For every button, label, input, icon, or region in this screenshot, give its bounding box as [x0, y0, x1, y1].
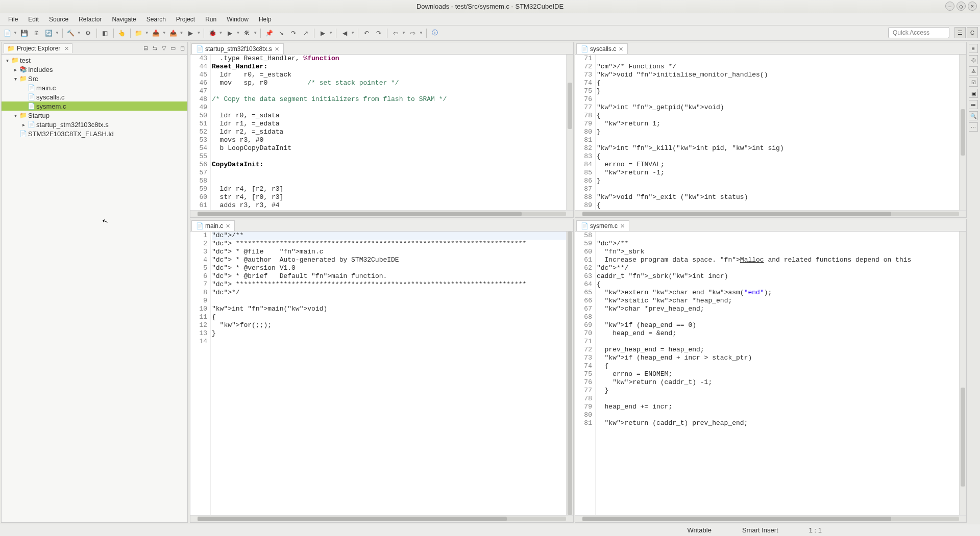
vertical-scrollbar[interactable] [959, 232, 966, 515]
collapse-all-icon[interactable]: ⊟ [141, 44, 150, 53]
close-icon[interactable]: ✕ [275, 46, 279, 53]
problems-view-icon[interactable]: ⚠ [969, 66, 978, 75]
build-targets-icon[interactable]: ◎ [969, 55, 978, 64]
horizontal-scrollbar[interactable] [198, 517, 566, 521]
open-perspective-icon[interactable]: ☰ [954, 27, 966, 38]
close-icon[interactable]: ✕ [226, 223, 230, 229]
resume-icon[interactable]: ▶ [317, 28, 328, 38]
vertical-scrollbar[interactable] [566, 232, 573, 515]
nav-forward-icon[interactable]: ⇨ [408, 28, 418, 38]
link-editor-icon[interactable]: ⇆ [151, 44, 159, 53]
menu-navigate[interactable]: Navigate [107, 14, 141, 24]
horizontal-scrollbar[interactable] [198, 212, 566, 216]
window-title: Downloads - test/Src/sysmem.c - STM32Cub… [416, 3, 564, 10]
view-menu-icon[interactable]: ▽ [160, 44, 168, 53]
menu-project[interactable]: Project [171, 14, 200, 24]
file-startup-s[interactable]: ▸📄startup_stm32f103c8tx.s [2, 120, 187, 129]
file-icon: 📄 [581, 222, 589, 229]
maximize-view-icon[interactable]: ◻ [178, 44, 186, 53]
src-folder[interactable]: ▾📁Src [2, 74, 187, 83]
quick-access-field[interactable]: Quick Access [888, 27, 949, 38]
menu-refactor[interactable]: Refactor [74, 14, 107, 24]
project-explorer-tab[interactable]: 📁 Project Explorer ✕ [4, 43, 72, 53]
editor-tab[interactable]: 📄sysmem.c✕ [576, 220, 629, 231]
config-icon[interactable]: ⚙ [83, 28, 93, 38]
includes-folder[interactable]: ▸📚Includes [2, 65, 187, 74]
code-content[interactable]: "dc">/** "fn">_sbrk Increase program dat… [596, 232, 959, 515]
editor-tab-label: sysmem.c [590, 222, 618, 229]
vertical-scrollbar[interactable] [959, 55, 966, 210]
tree-item-label: Includes [28, 66, 53, 73]
search-view-icon[interactable]: 🔍 [969, 111, 978, 120]
other-view-icon[interactable]: ⋯ [969, 122, 978, 132]
close-icon[interactable]: ✕ [619, 46, 623, 53]
horizontal-scrollbar[interactable] [582, 212, 959, 216]
code-content[interactable]: "cm">/* Functions */"kw">void "fn">initi… [596, 55, 959, 210]
editor-bottom_left: 📄main.c✕1 2 3 4 5 6 7 8 9 10 11 12 13 14… [190, 219, 574, 523]
file-icon: 📁 [11, 57, 19, 64]
tasks-view-icon[interactable]: ☑ [969, 78, 978, 87]
menu-search[interactable]: Search [141, 14, 171, 24]
pin-icon[interactable]: 📌 [264, 28, 274, 38]
close-icon[interactable]: ✕ [64, 45, 69, 52]
code-content[interactable]: .type Reset_Handler, %functionReset_Hand… [211, 55, 566, 210]
horizontal-scrollbar[interactable] [582, 517, 959, 521]
menu-window[interactable]: Window [222, 14, 254, 24]
maximize-button[interactable]: ◇ [957, 2, 966, 11]
debug-icon[interactable]: 🐞 [207, 28, 217, 38]
prev-annotation-icon[interactable]: ↶ [361, 28, 372, 38]
toggle-icon[interactable]: ◧ [100, 28, 110, 38]
menu-source[interactable]: Source [44, 14, 74, 24]
properties-view-icon[interactable]: ≔ [969, 100, 978, 109]
save-icon[interactable]: 💾 [19, 28, 30, 38]
info-icon[interactable]: ⓘ [430, 28, 440, 38]
import-icon[interactable]: 📥 [151, 28, 161, 38]
file-syscalls-c[interactable]: 📄syscalls.c [2, 92, 187, 101]
minimize-button[interactable]: – [945, 2, 954, 11]
project-tree[interactable]: ▾📁test▸📚Includes▾📁Src📄main.c📄syscalls.c📄… [2, 55, 187, 522]
new-project-icon[interactable]: 📁 [134, 28, 144, 38]
build-icon[interactable]: 🔨 [66, 28, 76, 38]
open-type-icon[interactable]: 👆 [117, 28, 127, 38]
external-tools-icon[interactable]: 🛠 [242, 28, 252, 38]
file-icon: 📁 [19, 112, 27, 119]
project-test[interactable]: ▾📁test [2, 56, 187, 65]
file-main-c[interactable]: 📄main.c [2, 83, 187, 92]
line-numbers-gutter: 43 44 45 46 47 48 49 50 51 52 53 54 55 5… [190, 55, 211, 210]
minimize-view-icon[interactable]: ▭ [169, 44, 177, 53]
tree-item-label: STM32F103C8TX_FLASH.ld [28, 130, 114, 138]
run-last-icon[interactable]: ▶ [186, 28, 196, 38]
project-explorer-title: Project Explorer [17, 45, 60, 52]
file-sysmem-c[interactable]: 📄sysmem.c [2, 101, 187, 111]
code-content[interactable]: "dc">/**"dc"> **************************… [211, 232, 566, 515]
file-flash-ld[interactable]: 📄STM32F103C8TX_FLASH.ld [2, 129, 187, 138]
startup-folder[interactable]: ▾📁Startup [2, 111, 187, 120]
save-all-icon[interactable]: 🗎 [32, 28, 42, 38]
editor-tab[interactable]: 📄main.c✕ [191, 220, 235, 231]
next-annotation-icon[interactable]: ↷ [374, 28, 384, 38]
vertical-scrollbar[interactable] [566, 55, 573, 210]
nav-back-icon[interactable]: ⇦ [390, 28, 401, 38]
menu-edit[interactable]: Edit [23, 14, 44, 24]
menu-help[interactable]: Help [254, 14, 277, 24]
run-icon[interactable]: ▶ [225, 28, 235, 38]
tree-item-label: test [20, 57, 31, 64]
refresh-icon[interactable]: 🔄 [44, 28, 54, 38]
c-perspective-icon[interactable]: C [967, 27, 978, 38]
line-numbers-gutter: 71 72 73 74 75 76 77 78 79 80 81 82 83 8… [575, 55, 596, 210]
new-icon[interactable]: 📄 [2, 28, 12, 38]
close-button[interactable]: × [968, 2, 977, 11]
outline-view-icon[interactable]: ≡ [969, 44, 978, 53]
menu-run[interactable]: Run [200, 14, 222, 24]
step-return-icon[interactable]: ↗ [301, 28, 311, 38]
console-view-icon[interactable]: ▣ [969, 89, 978, 98]
menu-file[interactable]: File [3, 14, 23, 24]
editor-tab[interactable]: 📄startup_stm32f103c8tx.s✕ [191, 43, 284, 54]
back-icon[interactable]: ◀ [339, 28, 350, 38]
close-icon[interactable]: ✕ [620, 223, 625, 229]
editor-tab[interactable]: 📄syscalls.c✕ [576, 43, 628, 54]
menu-bar: FileEditSourceRefactorNavigateSearchProj… [0, 13, 980, 25]
export-icon[interactable]: 📤 [168, 28, 179, 38]
step-over-icon[interactable]: ↷ [288, 28, 299, 38]
step-into-icon[interactable]: ↘ [276, 28, 286, 38]
